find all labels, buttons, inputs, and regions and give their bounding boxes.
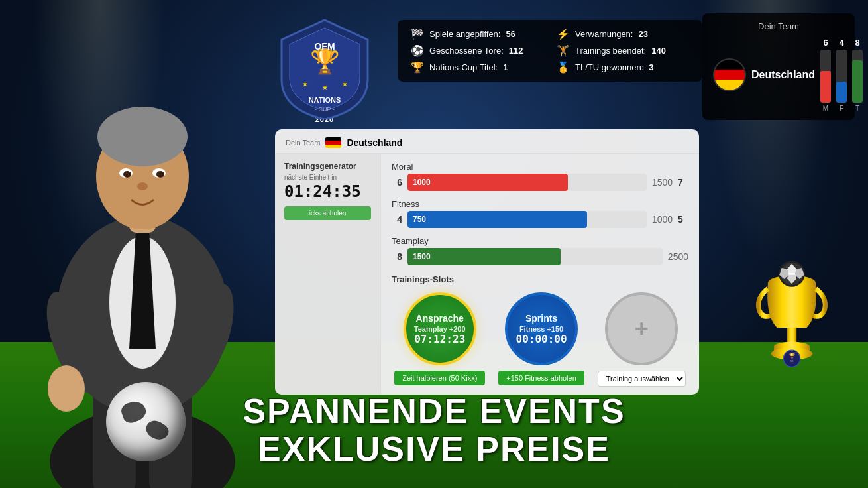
training-generator-panel: Trainingsgenerator nächste Einheit in 01… — [275, 154, 381, 395]
fitness-bar-track — [836, 50, 847, 103]
fitness-level: 4 — [392, 214, 402, 225]
bottom-line2: EXKLUSIVE PREISE — [0, 430, 868, 468]
svg-text:NC: NC — [790, 360, 794, 363]
fitness-track: 750 — [407, 211, 647, 228]
plus-icon: + — [635, 315, 649, 343]
fitness-max: 1000 — [652, 214, 673, 225]
slots-row: Ansprache Teamplay +200 07:12:23 Zeit ha… — [392, 292, 688, 387]
moral-bar-label: M — [823, 105, 828, 112]
fitness-bar-col: 4 F — [836, 38, 847, 112]
warning-icon: ⚡ — [557, 28, 570, 40]
moral-value: 1000 — [413, 178, 431, 187]
ansprache-timer: 07:12:23 — [414, 333, 465, 345]
trophy-image: 🏆 NC — [752, 256, 832, 375]
stats-bar: 🏁 Spiele angepfiffen: 56 ⚡ Verwarnungen:… — [398, 20, 702, 82]
teamplay-level: 8 — [392, 251, 402, 262]
sprints-button[interactable]: +150 Fitness abholen — [498, 371, 584, 385]
teamplay-bar-col: 8 T — [852, 38, 863, 112]
fitness-bar-fill — [836, 82, 847, 103]
sprints-bonus: Fitness +150 — [519, 325, 563, 333]
slot-sprints: Sprints Fitness +150 00:00:00 +150 Fitne… — [498, 292, 584, 385]
empty-circle[interactable]: + — [605, 292, 678, 365]
fitness-label: Fitness — [392, 199, 688, 209]
ansprache-name: Ansprache — [416, 313, 464, 324]
fitness-bar-container: 4 750 1000 5 — [392, 211, 688, 228]
sprints-circle[interactable]: Sprints Fitness +150 00:00:00 — [505, 292, 578, 365]
svg-text:OFM: OFM — [314, 41, 335, 52]
ansprache-button[interactable]: Zeit halbieren (50 Kixx) — [394, 371, 485, 385]
svg-point-12 — [156, 171, 164, 178]
moral-label: Moral — [392, 162, 688, 172]
stat-titel: 🏆 Nations-Cup Titel: 1 — [411, 61, 543, 74]
fitness-fill: 750 — [407, 211, 587, 228]
moral-max: 1500 — [652, 177, 673, 188]
moral-bar-container: 6 1000 1500 7 — [392, 174, 688, 191]
fitness-next: 5 — [678, 214, 688, 225]
panel-germany-flag — [325, 137, 341, 148]
stat-trainings: 🏋 Trainings beendet: 140 — [557, 44, 689, 57]
team-stats-bars: 6 M 4 F 8 T — [820, 38, 863, 112]
moral-level: 6 — [392, 177, 402, 188]
fitness-row: Fitness 4 750 1000 5 — [392, 199, 688, 228]
ball-icon: ⚽ — [411, 44, 424, 57]
team-card-title: Dein Team — [713, 21, 844, 31]
trainings-slots-section: Trainings-Slots Ansprache Teamplay +200 … — [392, 274, 688, 387]
svg-text:🏆: 🏆 — [789, 353, 795, 359]
moral-bar-col: 6 M — [820, 38, 831, 112]
svg-point-11 — [123, 171, 131, 178]
ansprache-circle[interactable]: Ansprache Teamplay +200 07:12:23 — [404, 292, 476, 365]
moral-next: 7 — [678, 177, 688, 188]
svg-text:★: ★ — [302, 80, 308, 88]
ansprache-bonus: Teamplay +200 — [414, 325, 466, 333]
germany-flag-large — [713, 58, 746, 91]
teamplay-max: 2500 — [668, 251, 688, 262]
bottom-text: SPANNENDE EVENTS EXKLUSIVE PREISE — [0, 393, 868, 468]
panel-right-content: Moral 6 1000 1500 7 Fitness 4 — [381, 154, 699, 395]
tg-timer: 01:24:35 — [284, 182, 371, 201]
tg-collect-button[interactable]: icks abholen — [284, 206, 371, 220]
svg-point-8 — [97, 107, 188, 166]
stat-tltu: 🥇 TL/TU gewonnen: 3 — [557, 61, 689, 74]
teamplay-bar-label: T — [855, 105, 859, 112]
training-select[interactable]: Training auswählen — [598, 371, 686, 387]
fitness-value: 750 — [413, 215, 426, 224]
teamplay-row: Teamplay 8 1500 2500 — [392, 236, 688, 265]
sprints-timer: 00:00:00 — [516, 333, 567, 345]
teamplay-bar-track — [852, 50, 863, 103]
tg-subtitle: nächste Einheit in — [284, 174, 371, 181]
moral-bar-track — [820, 50, 831, 103]
teamplay-fill: 1500 — [407, 248, 561, 265]
moral-row: Moral 6 1000 1500 7 — [392, 162, 688, 191]
medal-icon: 🥇 — [557, 61, 570, 74]
svg-text:★: ★ — [342, 80, 348, 88]
sprints-name: Sprints — [525, 313, 557, 324]
panel-team-name: Deutschland — [347, 137, 402, 148]
trophy-icon: 🏆 — [411, 61, 424, 74]
stat-verwarnungen: ⚡ Verwarnungen: 23 — [557, 28, 689, 40]
fitness-bar-num: 4 — [839, 38, 843, 48]
training-icon: 🏋 — [557, 44, 570, 57]
team-card-top-right: Dein Team Deutschland 6 M 4 F 8 — [702, 13, 855, 120]
panel-header: Dein Team Deutschland — [275, 129, 699, 154]
main-panel: Dein Team Deutschland Trainingsgenerator… — [275, 129, 699, 395]
teamplay-bar-container: 8 1500 2500 — [392, 248, 688, 265]
stat-spiele: 🏁 Spiele angepfiffen: 56 — [411, 28, 543, 40]
tg-title: Trainingsgenerator — [284, 162, 371, 171]
teamplay-value: 1500 — [413, 252, 431, 261]
svg-text:NATIONS: NATIONS — [309, 96, 341, 104]
panel-dein-team-label: Dein Team — [286, 139, 320, 147]
teamplay-label: Teamplay — [392, 236, 688, 246]
stat-tore: ⚽ Geschossene Tore: 112 — [411, 44, 543, 57]
nations-cup-logo: 🏆 OFM ★ ★ ★ NATIONS - CUP - 2020 — [258, 13, 391, 123]
slot-empty: + Training auswählen — [598, 292, 686, 387]
moral-bar-num: 6 — [823, 38, 828, 48]
moral-bar-fill — [820, 71, 831, 103]
fitness-bar-label: F — [840, 105, 843, 112]
slot-ansprache: Ansprache Teamplay +200 07:12:23 Zeit ha… — [394, 292, 485, 385]
trainings-slots-title: Trainings-Slots — [392, 274, 688, 284]
svg-point-13 — [137, 182, 148, 190]
teamplay-track: 1500 — [407, 248, 663, 265]
panel-body: Trainingsgenerator nächste Einheit in 01… — [275, 154, 699, 395]
team-name-display: Deutschland — [751, 69, 815, 81]
svg-text:- CUP -: - CUP - — [315, 106, 335, 113]
